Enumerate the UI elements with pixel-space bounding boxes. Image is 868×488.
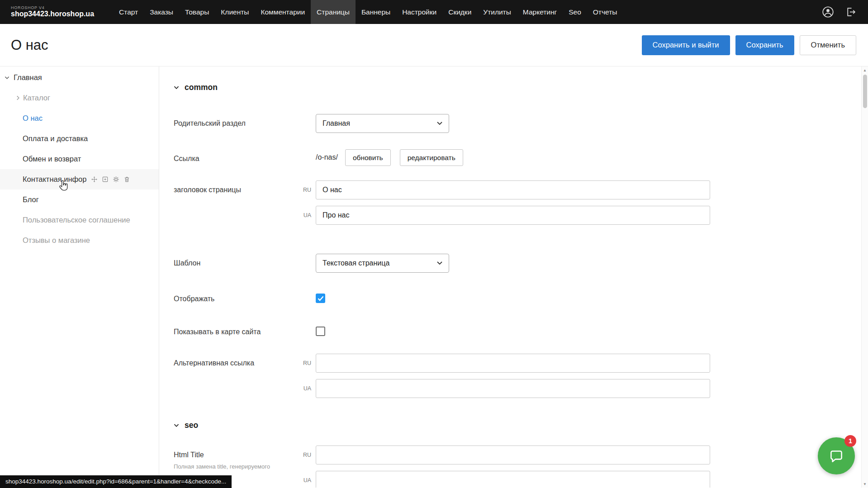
- tree-item-payment-delivery[interactable]: Оплата и доставка: [0, 128, 159, 149]
- tree-item-label: Каталог: [23, 94, 50, 102]
- html-title-hint: Полная замена title, генерируемого: [174, 463, 280, 471]
- tree-item-catalog[interactable]: Каталог: [0, 88, 159, 108]
- form-row-parent-section: Родительский раздел Главная: [174, 114, 850, 133]
- tree-item-label: Контактная инфор: [23, 175, 86, 184]
- form-row-alt-link: Альтернативная ссылка RU UA: [174, 354, 850, 404]
- nav-item-discounts[interactable]: Скидки: [442, 0, 477, 24]
- scroll-up-arrow[interactable]: ▲: [862, 66, 868, 74]
- chat-bubble-icon: [828, 447, 845, 464]
- lang-tag-ru: RU: [295, 354, 316, 373]
- template-label: Шаблон: [174, 254, 295, 273]
- link-label: Ссылка: [174, 149, 295, 166]
- section-seo[interactable]: seo: [174, 421, 850, 430]
- drag-handle-icon[interactable]: [91, 176, 98, 183]
- html-title-ua-input[interactable]: [316, 471, 710, 488]
- tree-root-main[interactable]: Главная: [0, 67, 159, 88]
- nav-item-reports[interactable]: Отчеты: [587, 0, 623, 24]
- sitemap-label: Показывать в карте сайта: [174, 327, 295, 336]
- section-seo-label: seo: [185, 421, 198, 430]
- settings-icon[interactable]: [113, 176, 119, 183]
- scrollbar-thumb[interactable]: [863, 75, 867, 108]
- nav-item-settings[interactable]: Настройки: [396, 0, 442, 24]
- lang-tag-ua: UA: [295, 379, 316, 398]
- nav-item-banners[interactable]: Баннеры: [356, 0, 396, 24]
- status-url-bar: shop34423.horoshop.ua/edit/edit.php?id=6…: [0, 475, 232, 488]
- template-select[interactable]: Текстовая страница: [316, 254, 449, 273]
- tree-item-label: О нас: [23, 114, 43, 123]
- section-common-label: common: [185, 83, 218, 92]
- save-button[interactable]: Сохранить: [735, 35, 794, 55]
- scroll-down-arrow[interactable]: ▼: [862, 480, 868, 488]
- main-nav: Старт Заказы Товары Клиенты Комментарии …: [113, 0, 623, 24]
- html-title-label: Html Title: [174, 450, 295, 460]
- form-row-sitemap: Показывать в карте сайта: [174, 327, 850, 336]
- html-title-ru-input[interactable]: [316, 445, 710, 464]
- cancel-button[interactable]: Отменить: [800, 35, 856, 55]
- chevron-down-icon: [174, 86, 179, 90]
- tree-root-label: Главная: [14, 73, 42, 82]
- logout-icon[interactable]: [845, 6, 856, 18]
- page-title-ua-input[interactable]: [316, 206, 710, 225]
- add-page-icon[interactable]: [102, 176, 109, 183]
- content: Главная Каталог О нас Оплата и доставка …: [0, 66, 868, 488]
- parent-section-select[interactable]: Главная: [316, 114, 449, 133]
- nav-item-seo[interactable]: Seo: [563, 0, 587, 24]
- brand: HOROSHOP V4 shop34423.horoshop.ua: [11, 5, 94, 19]
- nav-item-clients[interactable]: Клиенты: [215, 0, 255, 24]
- chevron-down-icon[interactable]: [5, 76, 9, 80]
- lang-tag-ru: RU: [295, 445, 316, 464]
- nav-item-start[interactable]: Старт: [113, 0, 144, 24]
- alt-link-ru-input[interactable]: [316, 354, 710, 373]
- chat-unread-badge: 1: [844, 435, 856, 447]
- nav-item-utilities[interactable]: Утилиты: [477, 0, 517, 24]
- chevron-right-icon[interactable]: [16, 95, 20, 100]
- page-header: О нас Сохранить и выйти Сохранить Отмени…: [0, 24, 868, 66]
- brand-domain: shop34423.horoshop.ua: [11, 10, 94, 18]
- nav-item-comments[interactable]: Комментарии: [255, 0, 311, 24]
- topbar: HOROSHOP V4 shop34423.horoshop.ua Старт …: [0, 0, 868, 24]
- pages-tree-sidebar: Главная Каталог О нас Оплата и доставка …: [0, 66, 159, 488]
- chevron-down-icon: [437, 122, 442, 125]
- page-title-label: заголовок страницы: [174, 180, 295, 231]
- display-label: Отображать: [174, 294, 295, 303]
- display-checkbox[interactable]: [316, 294, 325, 303]
- lang-tag-ua: UA: [295, 471, 316, 488]
- sitemap-checkbox[interactable]: [316, 327, 325, 336]
- nav-item-products[interactable]: Товары: [179, 0, 215, 24]
- tree-item-label: Отзывы о магазине: [23, 236, 90, 245]
- tree-item-store-reviews[interactable]: Отзывы о магазине: [0, 230, 159, 251]
- link-edit-button[interactable]: редактировать: [400, 149, 463, 166]
- tree-item-label: Оплата и доставка: [23, 134, 88, 143]
- form-row-page-title: заголовок страницы RU UA: [174, 180, 850, 231]
- nav-item-pages[interactable]: Страницы: [311, 0, 356, 24]
- tree-item-blog[interactable]: Блог: [0, 190, 159, 210]
- check-icon: [318, 296, 324, 301]
- link-path-value: /o-nas/: [316, 149, 338, 166]
- page-title-ru-input[interactable]: [316, 180, 710, 199]
- chevron-down-icon: [437, 261, 442, 265]
- tree-item-label: Блог: [23, 195, 39, 204]
- alt-link-ua-input[interactable]: [316, 379, 710, 398]
- lang-tag-ua: UA: [295, 206, 316, 225]
- template-value: Текстовая страница: [323, 259, 389, 267]
- tree-item-about[interactable]: О нас: [0, 108, 159, 128]
- delete-icon[interactable]: [123, 176, 130, 183]
- vertical-scrollbar: ▲ ▼: [861, 66, 868, 488]
- tree-item-exchange-return[interactable]: Обмен и возврат: [0, 149, 159, 169]
- link-refresh-button[interactable]: обновить: [345, 149, 391, 166]
- tree-item-user-agreement[interactable]: Пользовательское соглашение: [0, 210, 159, 230]
- tree-item-label: Обмен и возврат: [23, 155, 81, 163]
- nav-item-orders[interactable]: Заказы: [144, 0, 179, 24]
- nav-item-marketing[interactable]: Маркетинг: [517, 0, 563, 24]
- lang-tag-ru: RU: [295, 180, 316, 199]
- page-edit-form: common Родительский раздел Главная Ссылк…: [159, 66, 868, 488]
- save-and-exit-button[interactable]: Сохранить и выйти: [642, 35, 730, 55]
- alt-link-label: Альтернативная ссылка: [174, 354, 295, 404]
- form-row-html-title: Html Title Полная замена title, генериру…: [174, 445, 850, 488]
- section-common[interactable]: common: [174, 83, 850, 92]
- chat-launcher-button[interactable]: 1: [818, 437, 855, 474]
- account-icon[interactable]: [822, 6, 834, 18]
- page-title: О нас: [11, 37, 48, 53]
- form-row-link: Ссылка /o-nas/ обновить редактировать: [174, 149, 850, 166]
- tree-item-contact-info[interactable]: Контактная инфор: [0, 169, 159, 190]
